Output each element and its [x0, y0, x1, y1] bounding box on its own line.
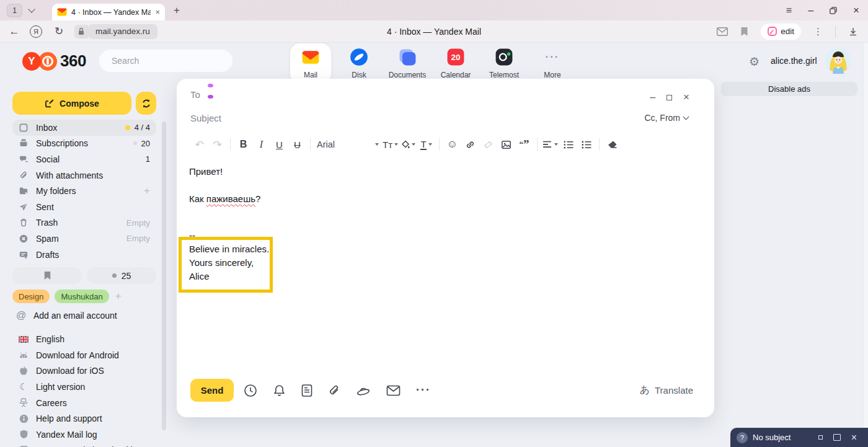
refresh-icon[interactable]: ↻ [51, 25, 67, 38]
cc-from-toggle[interactable]: Cc, From [644, 113, 688, 123]
service-more[interactable]: ··· More [532, 43, 573, 83]
attach-file-icon[interactable] [328, 384, 340, 397]
address-bar[interactable]: mail.yandex.ru [88, 24, 157, 39]
page-scrollbar[interactable] [863, 43, 868, 447]
bullet-list-icon[interactable] [559, 136, 577, 153]
sidebar-item-subscriptions[interactable]: Subscriptions 20 [12, 136, 156, 152]
link-help-support[interactable]: Help and support [12, 410, 156, 427]
sidebar-scrollbar[interactable] [162, 122, 166, 430]
bookmark-icon[interactable] [740, 27, 748, 37]
font-size-select[interactable]: Tт [381, 136, 399, 153]
label-design[interactable]: Design [12, 290, 50, 303]
empty-action[interactable]: Empty [126, 234, 150, 243]
sidebar-item-social[interactable]: Social 1 [12, 151, 156, 167]
new-tab-button[interactable]: + [174, 4, 180, 17]
italic-button[interactable]: I [252, 136, 270, 153]
text-color-select[interactable]: T [417, 136, 435, 153]
link-recommendation-algorithms[interactable]: Recommendation Algorithms [12, 443, 156, 447]
tab-close-icon[interactable]: × [155, 7, 160, 17]
downloads-icon[interactable] [848, 27, 858, 37]
compose-minimize-icon[interactable]: – [650, 92, 655, 103]
sidebar-item-trash[interactable]: Trash Empty [12, 215, 156, 231]
service-mail[interactable]: Mail [290, 43, 331, 83]
reminder-bell-icon[interactable] [273, 384, 286, 397]
message-body[interactable]: Привет! Как паживаешь? -- Believe in mir… [177, 156, 714, 374]
mail-collector-icon[interactable] [717, 27, 728, 36]
service-telemost[interactable]: Telemost [484, 43, 525, 83]
edit-extension-button[interactable]: edit [761, 24, 801, 40]
add-email-account[interactable]: @ Add an email account [12, 308, 156, 323]
back-icon[interactable]: ← [6, 25, 22, 38]
extensions-menu-icon[interactable]: ⋮ [813, 26, 823, 37]
sidebar-item-inbox[interactable]: Inbox 4 / 4 [12, 120, 156, 136]
link-careers[interactable]: Careers [12, 395, 156, 411]
label-mushukdan[interactable]: Mushukdan [55, 290, 108, 303]
more-actions-icon[interactable]: ··· [416, 384, 431, 397]
sidebar-item-with-attachments[interactable]: With attachments [12, 167, 156, 184]
emoji-icon[interactable]: ☺ [443, 136, 461, 153]
undo-icon[interactable]: ↶ [190, 136, 208, 153]
browser-menu-icon[interactable]: ≡ [786, 5, 792, 16]
bold-button[interactable]: B [234, 136, 252, 153]
empty-action[interactable]: Empty [126, 218, 150, 228]
subject-field[interactable] [190, 108, 615, 127]
service-disk[interactable]: Disk [339, 43, 379, 83]
attach-from-disk-icon[interactable] [356, 384, 371, 397]
align-select[interactable] [541, 136, 559, 153]
sidebar-item-my-folders[interactable]: My folders + [12, 183, 156, 199]
highlight-color-select[interactable] [399, 136, 417, 153]
search-bar[interactable] [99, 50, 232, 72]
strikethrough-button[interactable]: U [288, 136, 306, 153]
yandex-browser-icon[interactable]: Я [30, 25, 42, 38]
remove-link-icon[interactable] [479, 136, 497, 153]
yandex360-logo[interactable]: Y 360 [22, 51, 86, 71]
refresh-mail-button[interactable] [136, 92, 156, 115]
search-input[interactable] [112, 56, 224, 66]
draft-close-icon[interactable]: × [851, 432, 857, 443]
link-light-version[interactable]: ☾ Light version [12, 379, 156, 395]
link-english[interactable]: English [12, 331, 156, 347]
account-name[interactable]: alice.the.girl [771, 56, 817, 66]
compose-button[interactable]: Compose [12, 92, 131, 115]
sidebar-item-drafts[interactable]: Drafts [12, 247, 156, 263]
attach-from-mail-icon[interactable] [386, 385, 401, 396]
draft-dock-icon[interactable] [818, 435, 823, 440]
add-folder-icon[interactable]: + [144, 185, 150, 197]
to-field[interactable] [190, 85, 640, 106]
link-download-ios[interactable]: Download for iOS [12, 363, 156, 379]
insert-link-icon[interactable] [461, 136, 479, 153]
underline-button[interactable]: U [270, 136, 288, 153]
font-family-select[interactable]: Arial [314, 136, 381, 153]
service-documents[interactable]: Documents [387, 43, 428, 83]
template-icon[interactable] [301, 384, 312, 397]
site-lock-badge[interactable] [74, 25, 88, 38]
link-download-android[interactable]: Download for Android [12, 347, 156, 363]
schedule-send-icon[interactable] [244, 384, 257, 397]
tab-list-button[interactable] [22, 9, 41, 12]
window-close-icon[interactable]: × [853, 4, 859, 17]
minimized-draft-toast[interactable]: ? No subject × [730, 428, 868, 447]
compose-restore-icon[interactable] [666, 95, 672, 100]
link-mail-log[interactable]: Yandex Mail log [12, 427, 156, 443]
add-label-icon[interactable]: + [115, 290, 122, 303]
saved-bookmarks-button[interactable] [12, 267, 82, 284]
avatar[interactable] [825, 48, 851, 74]
settings-gear-icon[interactable]: ⚙ [749, 55, 760, 69]
unread-filter-button[interactable]: 25 [87, 267, 156, 284]
tab-group-count[interactable]: 1 [7, 4, 22, 17]
draft-expand-icon[interactable] [833, 434, 841, 441]
compose-close-icon[interactable]: × [683, 91, 689, 104]
numbered-list-icon[interactable] [577, 136, 595, 153]
sidebar-item-spam[interactable]: Spam Empty [12, 231, 156, 247]
browser-tab[interactable]: 4 · Inbox — Yandex Mail × [52, 4, 165, 20]
window-minimize-icon[interactable]: – [808, 5, 813, 16]
redo-icon[interactable]: ↷ [208, 136, 226, 153]
sidebar-item-sent[interactable]: Sent [12, 199, 156, 215]
send-button[interactable]: Send [190, 379, 234, 402]
blockquote-icon[interactable]: “” [515, 136, 533, 153]
translate-button[interactable]: あ Translate [640, 379, 693, 402]
service-calendar[interactable]: 20 Calendar [435, 43, 476, 83]
clear-formatting-icon[interactable] [603, 136, 621, 153]
window-restore-icon[interactable] [830, 7, 837, 14]
insert-image-icon[interactable] [497, 136, 515, 153]
